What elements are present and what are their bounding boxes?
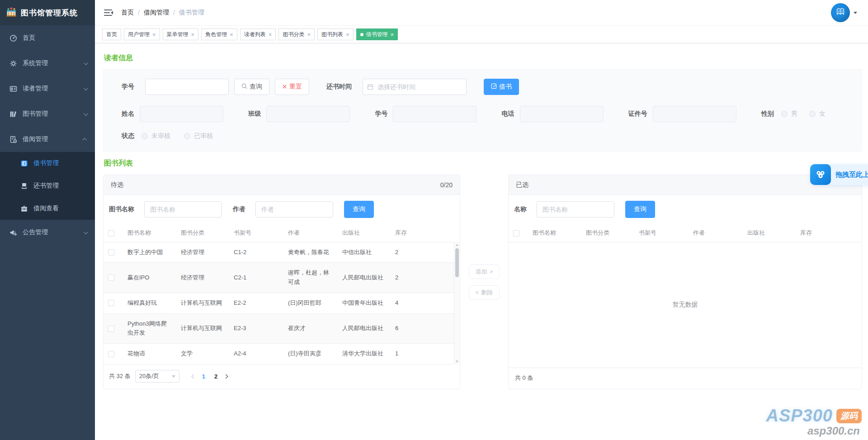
drag-upload-widget[interactable]: 拖拽至此上传 [810,164,868,185]
table-row[interactable]: 花物语文学A2-4(日)寺田寅彦清华大学出版社1 [104,344,460,364]
sidebar-item-notice[interactable]: 公告管理 [0,220,95,245]
app-logo: 图书馆管理系统 [0,0,95,25]
row-checkbox[interactable] [108,351,114,357]
tab-readers[interactable]: 读者列表× [240,28,276,40]
column-header[interactable]: 图书分类 [581,224,634,242]
reset-button[interactable]: 重置 [275,79,309,95]
add-button[interactable]: 添加> [469,265,500,279]
close-icon[interactable]: × [346,32,349,38]
table-scrollbar[interactable]: ▲ ▼ [454,242,460,364]
cloud-drive-icon[interactable] [810,164,831,185]
book-name-input[interactable] [144,201,222,218]
radio-icon [809,111,816,117]
row-checkbox[interactable] [108,300,114,306]
table-row[interactable]: 数字上的中国经济管理C1-2黄奇帆，陈春花中信出版社2 [104,242,460,263]
close-icon[interactable]: × [191,32,195,38]
column-header[interactable]: 图书名称 [123,224,176,242]
avatar-dropdown-caret-icon[interactable] [854,12,857,14]
author-input[interactable] [255,201,333,218]
column-header[interactable]: 书架号 [634,224,689,242]
selected-name-input[interactable] [537,201,614,218]
sidebar-item-system[interactable]: 系统管理 [0,51,95,76]
close-icon[interactable]: × [269,32,272,38]
select-all-checkbox[interactable] [513,230,519,237]
prev-page-icon[interactable] [191,374,196,378]
return-time-input[interactable] [363,79,467,95]
table-cell: 人民邮电出版社 [338,313,391,344]
row-checkbox[interactable] [108,249,114,255]
page-2-button[interactable]: 2 [212,373,220,380]
tab-menus[interactable]: 菜单管理× [163,28,199,40]
student-no-input[interactable] [145,79,229,95]
close-icon[interactable]: × [391,32,394,38]
sidebar-item-books[interactable]: 图书管理 [0,101,95,127]
reader-info-card: 学号 查询 重置 还书时间 借书 [103,69,862,151]
student-no-label: 学号 [122,83,134,91]
sno-input [393,106,476,122]
column-header[interactable]: 出版社 [743,224,796,242]
scroll-up-icon[interactable]: ▲ [454,243,460,247]
selected-query-button[interactable]: 查询 [625,201,655,218]
table-cell: 赢在IPO [123,263,176,293]
idcard-input [653,106,736,122]
sidebar-subitem-return[interactable]: 还书管理 [0,175,95,197]
user-avatar[interactable] [831,3,850,22]
table-cell: 1 [391,344,460,364]
close-icon[interactable]: × [230,32,233,38]
table-cell: 文学 [176,344,229,364]
sidebar: 图书馆管理系统 首页 系统管理 读者管理 图书管理 [0,0,95,440]
close-icon[interactable]: × [307,32,311,38]
pending-query-button[interactable]: 查询 [344,201,374,218]
sidebar-item-home[interactable]: 首页 [0,25,95,51]
table-row[interactable]: 编程真好玩计算机与互联网E2-2(日)冈田哲郎中国青年出版社4 [104,293,460,313]
sidebar-collapse-icon[interactable] [104,9,113,16]
status-radio-reviewed: 已审核 [184,132,213,140]
tab-book-categories[interactable]: 图书分类× [278,28,315,40]
table-cell: 计算机与互联网 [176,293,229,313]
tab-home[interactable]: 首页 [102,28,121,40]
sidebar-item-label: 图书管理 [23,110,48,118]
column-header[interactable]: 图书名称 [528,224,581,242]
tab-roles[interactable]: 角色管理× [201,28,237,40]
select-all-checkbox[interactable] [108,230,114,237]
select-caret-icon [172,375,175,378]
scroll-down-icon[interactable]: ▼ [454,360,460,364]
next-page-icon[interactable] [224,374,228,378]
return-time-label: 还书时间 [326,83,352,91]
table-cell: 谢晖，杜超，林可成 [283,263,338,293]
tab-lend-manage[interactable]: 借书管理× [356,28,398,40]
column-header[interactable]: 作者 [689,224,743,242]
column-header[interactable]: 书架号 [229,224,283,242]
name-input [140,106,223,122]
tab-book-list[interactable]: 图书列表× [317,28,354,40]
column-header[interactable]: 作者 [283,224,338,242]
sidebar-item-borrow[interactable]: 借阅管理 [0,127,95,152]
sidebar-subitem-lend[interactable]: 借书管理 [0,152,95,175]
row-checkbox[interactable] [108,326,114,332]
table-row[interactable]: 赢在IPO经济管理C2-1谢晖，杜超，林可成人民邮电出版社2 [104,263,460,293]
sidebar-item-readers[interactable]: 读者管理 [0,76,95,101]
column-header[interactable]: 库存 [796,224,862,242]
table-cell: 中国青年出版社 [338,293,391,313]
query-button[interactable]: 查询 [234,79,269,95]
column-header[interactable]: 图书分类 [176,224,229,242]
breadcrumb: 首页 / 借阅管理 / 借书管理 [121,9,204,17]
tab-users[interactable]: 用户管理× [124,28,160,40]
app-title: 图书馆管理系统 [21,8,78,18]
scrollbar-thumb[interactable] [455,248,459,277]
column-header[interactable]: 库存 [391,224,460,242]
row-checkbox[interactable] [108,274,114,281]
page-size-select[interactable]: 20条/页 [135,370,179,383]
table-row[interactable]: Python3网络爬虫开发计算机与互联网E2-3崔庆才人民邮电出版社6 [104,313,460,344]
close-x-icon [282,83,287,90]
document-clock-icon [9,135,17,143]
breadcrumb-home[interactable]: 首页 [121,9,134,17]
page-1-button[interactable]: 1 [200,373,208,380]
column-header[interactable]: 出版社 [338,224,391,242]
remove-button[interactable]: <删除 [469,285,500,300]
sidebar-subitem-view[interactable]: 借阅查看 [0,197,95,220]
close-icon[interactable]: × [152,32,156,38]
borrow-button[interactable]: 借书 [484,79,519,95]
breadcrumb-parent[interactable]: 借阅管理 [144,9,169,17]
table-cell: 2 [391,242,460,263]
